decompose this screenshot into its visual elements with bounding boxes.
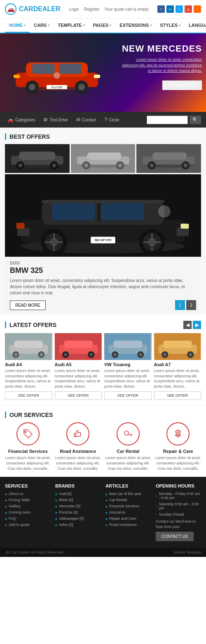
page-1-button[interactable]: 1 <box>175 300 185 310</box>
footer-brands: BRANDS Audi [6] BMW [6] Mercedes [6] Por… <box>55 483 101 541</box>
thumbnail-2[interactable] <box>71 144 136 173</box>
footer-articles-title: ARTICLES <box>105 483 151 488</box>
chevron-down-icon: ▾ <box>48 24 49 27</box>
see-offer-2[interactable]: SEE OFFER <box>104 391 152 400</box>
prev-arrow[interactable]: ◀ <box>183 321 192 329</box>
service-rental: Car Rental Lorem ipsum dolor sit amet, c… <box>105 422 151 471</box>
nav-styles[interactable]: Styles ▾ <box>156 19 185 32</box>
best-offers-thumbnails <box>5 144 201 173</box>
hero-car-image: GLA 350 <box>0 33 113 112</box>
site-header: 🚗 CARDEALER Login · Register Your quote … <box>0 0 206 19</box>
svg-rect-33 <box>152 152 187 160</box>
copyright: JM Car Dealer. All Rights Reserved. <box>5 550 64 554</box>
best-offers-section: BEST OFFERS <box>0 128 206 314</box>
page-2-button[interactable]: 2 <box>186 300 196 310</box>
svg-point-78 <box>64 353 67 356</box>
toolbar-circle[interactable]: ? Circle <box>102 115 122 124</box>
see-offer-3[interactable]: SEE OFFER <box>154 391 201 400</box>
main-car-image[interactable]: ND·GP·570 <box>5 174 201 257</box>
nav-home[interactable]: Home ▾ <box>5 19 30 33</box>
toolbar-testdrive[interactable]: ⚙ Test Drive <box>41 115 70 124</box>
car-description: Lorem ipsum dolor sit amet, consectetur … <box>10 277 196 296</box>
cart-text: Your quote cart is empty <box>105 7 149 12</box>
footer-article-3: Financial Services <box>105 504 151 508</box>
footer-article-1: Best car of the year <box>105 492 151 496</box>
footer-article-6: Road Assistance <box>105 523 151 527</box>
latest-offers-section: LATEST OFFERS ◀ ▶ Audi A4 Lorem ipsum do… <box>0 314 206 405</box>
tag-icon <box>23 429 33 439</box>
svg-rect-17 <box>19 152 55 160</box>
thumbnail-1[interactable] <box>5 144 70 173</box>
toolbar-contact[interactable]: ✉ Contact <box>74 115 98 124</box>
linkedin-icon[interactable]: in <box>166 5 174 13</box>
service-name-3: Repair & Care <box>155 449 201 454</box>
question-icon: ? <box>104 117 107 123</box>
footer-link-gallery: Gallery <box>5 504 50 508</box>
car-actions: READ MORE 1 2 <box>10 300 196 310</box>
svg-point-94 <box>189 353 192 356</box>
nav-pages[interactable]: Pages ▾ <box>89 19 116 32</box>
footer-brand-mercedes: Mercedes [6] <box>55 504 101 508</box>
financial-icon-wrap <box>16 422 40 445</box>
rss-icon[interactable]: r <box>194 5 201 13</box>
offer-card-vw-touareg: VW Touareg Lorem ipsum dolor sit amet, c… <box>104 333 152 400</box>
register-link[interactable]: Register <box>84 7 99 12</box>
gear-icon <box>173 429 183 439</box>
svg-point-29 <box>118 163 122 168</box>
svg-point-99 <box>177 433 179 435</box>
logo-text: CARDEALER <box>19 5 60 13</box>
nav-extensions[interactable]: Extensions ▾ <box>115 19 156 32</box>
login-link[interactable]: Login <box>69 7 79 12</box>
see-offer-1[interactable]: SEE OFFER <box>55 391 102 400</box>
offers-grid: Audi A4 Lorem ipsum dolor sit amet, cons… <box>5 333 201 400</box>
footer-hour-sunday: Sunday Closed <box>156 512 201 516</box>
service-desc-1: Lorem ipsum dolor sit amet, consectetur … <box>55 455 101 471</box>
svg-rect-4 <box>59 64 82 74</box>
contact-us-button[interactable]: CONTACT US <box>156 532 194 541</box>
footer-article-4: Insurance <box>105 510 151 514</box>
search-button[interactable]: 🔍 <box>190 116 201 124</box>
next-arrow[interactable]: ▶ <box>193 321 201 329</box>
offer-desc-2: Lorem ipsum dolor sit amet, consectetur … <box>104 368 152 389</box>
hero-readmore-button[interactable]: READMORE <box>162 80 202 90</box>
offer-card-audi-a4: Audi A4 Lorem ipsum dolor sit amet, cons… <box>5 333 52 400</box>
logo[interactable]: 🚗 CARDEALER <box>5 3 60 15</box>
svg-point-73 <box>40 353 43 356</box>
read-more-button[interactable]: READ MORE <box>10 301 46 310</box>
toolbar-items: 🚗 Categories ⚙ Test Drive ✉ Contact ? Ci… <box>5 115 122 124</box>
toolbar-categories[interactable]: 🚗 Categories <box>5 115 37 124</box>
nav-languages[interactable]: Languages ▾ <box>185 19 206 32</box>
thumbnail-3[interactable] <box>136 144 201 173</box>
googleplus-icon[interactable]: g <box>185 5 192 13</box>
svg-point-95 <box>124 431 129 435</box>
header-links: Login · Register Your quote cart is empt… <box>69 7 149 12</box>
toolbar: 🚗 Categories ⚙ Test Drive ✉ Contact ? Ci… <box>0 112 206 128</box>
see-offer-0[interactable]: SEE OFFER <box>5 391 52 400</box>
nav-template[interactable]: Template ▾ <box>54 19 89 32</box>
svg-point-35 <box>150 163 154 168</box>
nav-cars[interactable]: Cars ▾ <box>30 19 54 32</box>
facebook-icon[interactable]: f <box>157 5 165 13</box>
service-name-2: Car Rental <box>105 449 151 454</box>
chevron-down-icon: ▾ <box>24 24 26 27</box>
search-input[interactable] <box>147 116 188 124</box>
hero-content: NEW MERCEDES Lorem ipsum dolor sit amet,… <box>119 44 202 90</box>
footer-article-2: Car Rental <box>105 498 151 502</box>
footer-brand-bmw: BMW [6] <box>55 498 101 502</box>
offer-card-audi-a5: Audi A5 Lorem ipsum dolor sit amet, cons… <box>55 333 102 400</box>
footer-hour-weekday: Monday - Friday 6:00 am - 6:00 pm <box>156 492 201 500</box>
offer-name-0: Audi A4 <box>5 362 52 367</box>
svg-point-71 <box>14 353 17 356</box>
services-grid: Financial Services Lorem ipsum dolor sit… <box>5 422 201 471</box>
footer-link-faq: FAQ <box>5 516 50 521</box>
footer-articles-list: Best car of the year Car Rental Financia… <box>105 492 151 527</box>
thumb-icon <box>73 429 83 439</box>
offer-name-2: VW Touareg <box>104 362 152 367</box>
svg-rect-9 <box>94 75 100 78</box>
offer-card-audi-a7: Audi A7 Lorem ipsum dolor sit amet, cons… <box>154 333 201 400</box>
svg-rect-43 <box>101 203 144 220</box>
svg-rect-25 <box>87 152 121 160</box>
svg-point-21 <box>52 163 56 168</box>
service-desc-0: Lorem ipsum dolor sit amet, consectetur … <box>5 455 51 471</box>
twitter-icon[interactable]: t <box>176 5 183 13</box>
